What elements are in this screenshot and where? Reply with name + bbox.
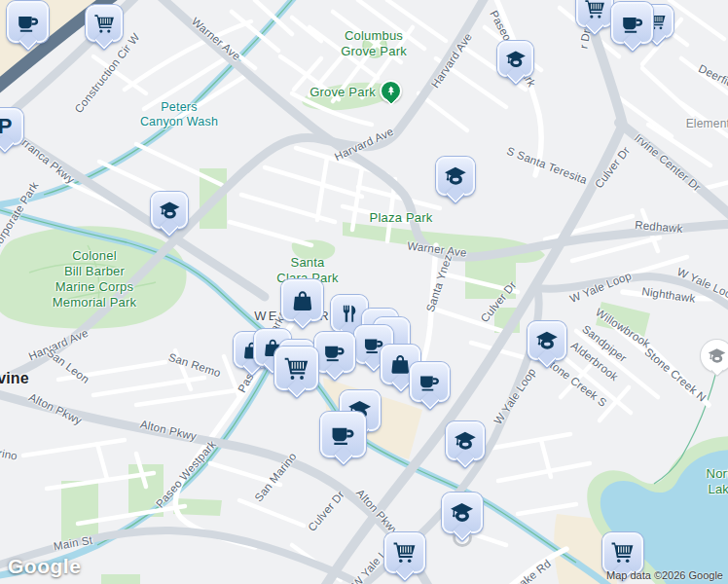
grad-icon xyxy=(159,200,180,221)
grocery-store-marker[interactable] xyxy=(274,347,318,390)
grad-icon xyxy=(505,49,527,70)
grocery-store-marker[interactable] xyxy=(384,532,425,573)
parking-icon: P xyxy=(0,116,12,137)
school-marker[interactable] xyxy=(151,192,188,229)
map-viewport[interactable]: Warner AveConstruction Cir WHarvard AveH… xyxy=(0,0,728,584)
grad-icon xyxy=(454,429,477,453)
cart-icon xyxy=(584,0,605,19)
grad-icon xyxy=(535,329,559,352)
rest-icon xyxy=(339,303,360,324)
grocery-store-marker[interactable] xyxy=(602,532,643,573)
cart-icon xyxy=(93,13,115,34)
cafe-marker[interactable] xyxy=(314,332,355,373)
grad-icon xyxy=(450,500,474,525)
coffee-icon xyxy=(418,370,441,393)
school-marker-muted[interactable] xyxy=(701,340,728,372)
school-marker[interactable] xyxy=(497,41,533,77)
school-marker[interactable] xyxy=(442,493,483,533)
grocery-store-marker[interactable] xyxy=(576,0,613,27)
cart-icon xyxy=(610,540,635,565)
cafe-marker[interactable] xyxy=(410,362,450,402)
map-attribution: Map data ©2026 Google xyxy=(606,569,723,581)
grad-icon xyxy=(708,347,726,365)
cafe-marker[interactable] xyxy=(611,2,653,44)
shopping-bag-marker[interactable] xyxy=(281,279,323,321)
school-marker[interactable] xyxy=(446,421,485,460)
parking-marker[interactable]: P xyxy=(0,108,23,145)
bag-icon xyxy=(290,288,315,313)
coffee-icon xyxy=(620,11,645,36)
grocery-store-marker[interactable] xyxy=(86,5,123,42)
cart-icon xyxy=(283,355,309,382)
coffee-icon xyxy=(16,10,41,35)
cafe-marker[interactable] xyxy=(7,1,49,43)
park-tree-marker[interactable] xyxy=(380,80,402,102)
map-markers-layer: P xyxy=(0,0,728,584)
school-marker[interactable] xyxy=(436,157,475,196)
coffee-icon xyxy=(322,340,346,364)
tree-icon xyxy=(384,85,398,98)
google-logo[interactable]: Google xyxy=(8,555,81,578)
school-marker[interactable] xyxy=(528,321,566,360)
cart-icon xyxy=(392,540,417,565)
cafe-marker[interactable] xyxy=(320,412,366,457)
coffee-icon xyxy=(329,420,356,448)
grad-icon xyxy=(444,164,467,188)
